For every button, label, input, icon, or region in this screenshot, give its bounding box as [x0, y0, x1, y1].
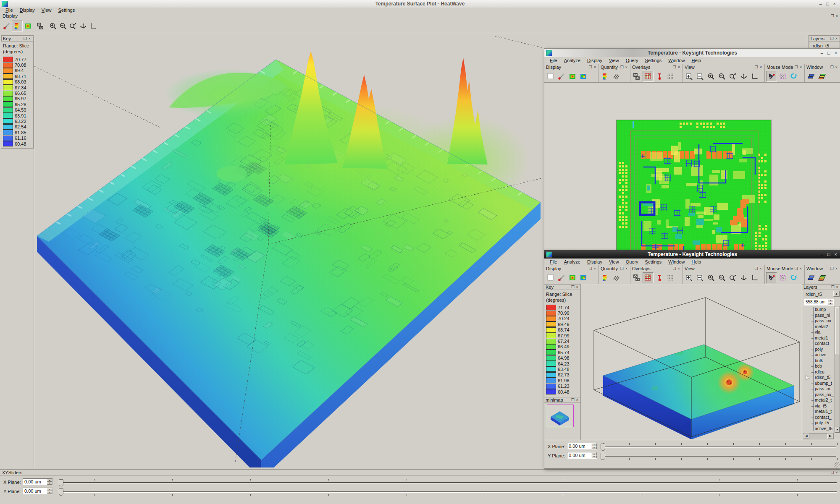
- zoomout-button[interactable]: [58, 21, 68, 31]
- close-icon[interactable]: ×: [677, 65, 681, 69]
- probe-button[interactable]: [2, 21, 12, 31]
- close-button[interactable]: ×: [835, 50, 837, 55]
- hatch-button[interactable]: [611, 273, 621, 283]
- y-plane-value[interactable]: 0.00 um: [567, 452, 591, 458]
- layers-vertical-scrollbar[interactable]: ▼: [835, 306, 840, 433]
- slice-plot-3d[interactable]: [581, 284, 802, 440]
- zoomboxout-button[interactable]: [695, 71, 705, 81]
- menu-item-analyze[interactable]: Analyze: [561, 259, 584, 265]
- menu-item-analyze[interactable]: Analyze: [561, 58, 584, 63]
- resize-grip[interactable]: [835, 462, 840, 467]
- menu-item-display[interactable]: Display: [584, 58, 606, 63]
- close-button[interactable]: ×: [833, 1, 836, 6]
- stackcolor-button[interactable]: [817, 71, 827, 81]
- spin-down-icon[interactable]: ▼: [591, 455, 597, 458]
- slider-track[interactable]: [59, 482, 837, 483]
- x-plane-value[interactable]: 0.00 um: [567, 443, 591, 449]
- float-icon[interactable]: ❐: [830, 65, 835, 69]
- contour-button[interactable]: [567, 71, 578, 81]
- scroll-up-icon[interactable]: ▲: [833, 291, 840, 297]
- maximize-button[interactable]: □: [827, 252, 830, 257]
- probe-button[interactable]: [556, 273, 567, 283]
- menu-item-view[interactable]: View: [606, 58, 622, 63]
- overlay-button[interactable]: [632, 273, 642, 283]
- float-icon[interactable]: ❐: [794, 65, 799, 69]
- close-icon[interactable]: ×: [835, 266, 838, 271]
- zoomarea-button[interactable]: [68, 21, 78, 31]
- layer-item-contact[interactable]: contact: [815, 341, 834, 347]
- close-icon[interactable]: ×: [575, 285, 579, 289]
- rotate-button[interactable]: [789, 273, 799, 283]
- spin-down-icon[interactable]: ▼: [47, 482, 52, 485]
- layers-visible-item[interactable]: rdlsn_t5: [809, 42, 840, 48]
- menu-item-display[interactable]: Display: [584, 259, 606, 265]
- menu-item-settings[interactable]: Settings: [642, 259, 665, 265]
- dots-button[interactable]: [665, 71, 675, 81]
- close-icon[interactable]: ×: [625, 266, 628, 271]
- menu-item-display[interactable]: Display: [16, 8, 38, 13]
- layer-item-pass_ni_[interactable]: pass_ni_: [815, 386, 834, 392]
- close-button[interactable]: ×: [835, 252, 837, 257]
- menu-item-file[interactable]: File: [546, 58, 561, 63]
- float-icon[interactable]: ❐: [620, 65, 625, 69]
- slider-track[interactable]: [601, 447, 836, 448]
- rotate-button[interactable]: [789, 71, 799, 81]
- axes-button[interactable]: [739, 71, 749, 81]
- laxes-button[interactable]: [88, 21, 98, 31]
- probecursor-button[interactable]: [766, 71, 777, 82]
- layer-item-poly_t5[interactable]: poly_t5: [815, 420, 834, 426]
- layer-thickness-spinbox[interactable]: 558.88 um ▲▼: [804, 299, 834, 306]
- redgrid-button[interactable]: [643, 71, 654, 82]
- menu-item-help[interactable]: Help: [688, 58, 705, 63]
- close-icon[interactable]: ×: [677, 266, 681, 271]
- float-icon[interactable]: ❐: [830, 266, 835, 271]
- spin-up-icon[interactable]: ▲: [47, 479, 52, 482]
- redgrid-button[interactable]: [643, 272, 654, 283]
- float-icon[interactable]: ❐: [570, 285, 575, 289]
- overlay-button[interactable]: [35, 21, 45, 31]
- zoomarea-button[interactable]: [728, 273, 738, 283]
- minimize-button[interactable]: –: [821, 252, 823, 257]
- close-icon[interactable]: ×: [835, 65, 838, 69]
- axes-button[interactable]: [739, 273, 749, 283]
- float-icon[interactable]: ❐: [794, 266, 799, 271]
- thermo-button[interactable]: [654, 71, 664, 81]
- float-icon[interactable]: ❐: [23, 37, 28, 41]
- cbar-button[interactable]: [600, 273, 610, 283]
- heatmap-button[interactable]: [578, 273, 588, 283]
- window1-viewport[interactable]: [544, 82, 840, 250]
- app-icon[interactable]: [546, 251, 552, 258]
- menu-item-file[interactable]: File: [546, 259, 561, 265]
- scroll-down-icon[interactable]: ▼: [835, 427, 840, 433]
- layer-item-metal2[interactable]: metal2: [815, 324, 834, 330]
- zoomin-button[interactable]: [706, 71, 716, 81]
- zoomout-button[interactable]: [717, 273, 727, 283]
- layer-item-metal1_t[interactable]: metal1_t: [815, 409, 834, 415]
- close-icon[interactable]: ×: [835, 14, 840, 18]
- boxselect-button[interactable]: [778, 273, 788, 283]
- probecursor-button[interactable]: [766, 272, 777, 283]
- float-icon[interactable]: ❐: [830, 470, 835, 475]
- slider-handle[interactable]: [59, 488, 63, 496]
- close-icon[interactable]: ×: [593, 65, 597, 69]
- blank-button[interactable]: [546, 273, 556, 283]
- close-icon[interactable]: ×: [625, 65, 628, 69]
- layer-item-contact_[interactable]: contact_: [815, 415, 834, 420]
- layer-item-rdlsn_t5[interactable]: rdlsn_t5: [815, 375, 834, 381]
- layer-item-poly[interactable]: poly: [815, 347, 834, 353]
- float-icon[interactable]: ❐: [754, 266, 759, 271]
- zoomboxin-button[interactable]: [684, 273, 694, 283]
- contour-button[interactable]: [567, 273, 578, 283]
- zoomboxin-button[interactable]: [684, 71, 694, 81]
- float-icon[interactable]: ❐: [830, 285, 835, 289]
- y-plane-value[interactable]: 0.00 um: [23, 488, 47, 494]
- laxes-button[interactable]: [750, 71, 760, 81]
- x-plane-slider[interactable]: [59, 478, 837, 487]
- float-icon[interactable]: ❐: [672, 65, 677, 69]
- scroll-left-icon[interactable]: ◀: [803, 433, 809, 439]
- cbar-button[interactable]: [600, 71, 610, 81]
- menu-item-settings[interactable]: Settings: [642, 58, 665, 63]
- x-plane-value[interactable]: 0.00 um: [23, 479, 47, 485]
- contour-button[interactable]: [23, 21, 33, 31]
- cbar-button[interactable]: [12, 21, 23, 31]
